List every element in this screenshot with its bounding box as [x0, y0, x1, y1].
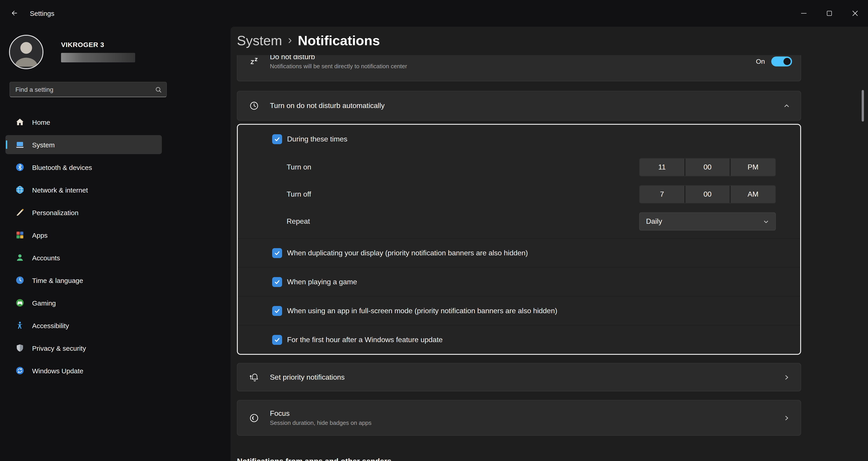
- privacy-icon: [16, 343, 24, 352]
- condition-label: When using an app in full-screen mode (p…: [287, 307, 557, 315]
- condition-label: When duplicating your display (priority …: [287, 249, 528, 257]
- turn-off-period-cell[interactable]: AM: [730, 186, 775, 203]
- sidebar-item-system[interactable]: System: [5, 135, 162, 154]
- breadcrumb-separator: ›: [288, 33, 292, 49]
- dnd-auto-expander-header[interactable]: Turn on do not disturb automatically: [237, 91, 801, 121]
- titlebar: Settings: [0, 0, 868, 27]
- sidebar-item-gaming[interactable]: Gaming: [5, 293, 162, 312]
- search-box[interactable]: [9, 82, 167, 97]
- sidebar: VIKROGER 3 Home S: [0, 27, 231, 461]
- sidebar-item-label: Windows Update: [32, 367, 84, 374]
- back-button[interactable]: [6, 5, 23, 21]
- sidebar-item-label: Personalization: [32, 209, 79, 216]
- minimize-icon: [801, 13, 806, 13]
- user-subtitle-placeholder: [61, 53, 135, 62]
- priority-notifications-title: Set priority notifications: [270, 373, 345, 381]
- sidebar-item-bluetooth-devices[interactable]: Bluetooth & devices: [5, 158, 162, 177]
- do-not-disturb-toggle[interactable]: [771, 56, 792, 66]
- focus-card[interactable]: Focus Session duration, hide badges on a…: [237, 400, 801, 436]
- do-not-disturb-card: Do not disturb Notifications will be sen…: [237, 55, 801, 81]
- turn-on-period-cell[interactable]: PM: [730, 159, 775, 176]
- app-title: Settings: [30, 9, 54, 17]
- turn-off-minute-cell[interactable]: 00: [684, 186, 730, 203]
- duplicating-display-checkbox[interactable]: [272, 248, 282, 258]
- turn-on-label: Turn on: [287, 163, 311, 171]
- sidebar-item-label: Gaming: [32, 299, 56, 307]
- search-input[interactable]: [16, 86, 155, 93]
- chevron-down-icon: [763, 218, 769, 224]
- breadcrumb-system[interactable]: System: [237, 33, 282, 49]
- close-icon: [852, 10, 858, 16]
- turn-on-hour-cell[interactable]: 11: [640, 159, 684, 176]
- during-these-times-checkbox[interactable]: [272, 134, 282, 144]
- turn-on-time-picker[interactable]: 11 00 PM: [639, 158, 776, 176]
- minimize-button[interactable]: [791, 0, 816, 27]
- repeat-dropdown[interactable]: Daily: [639, 212, 776, 230]
- sidebar-item-apps[interactable]: Apps: [5, 225, 162, 245]
- maximize-button[interactable]: [816, 0, 842, 27]
- sidebar-item-label: Network & internet: [32, 186, 88, 194]
- sidebar-item-home[interactable]: Home: [5, 113, 162, 131]
- system-icon: [16, 140, 24, 149]
- sidebar-item-accessibility[interactable]: Accessibility: [5, 316, 162, 335]
- sidebar-item-personalization[interactable]: Personalization: [5, 203, 162, 222]
- do-not-disturb-icon: [249, 56, 259, 67]
- sidebar-item-time-language[interactable]: Time & language: [5, 271, 162, 290]
- sidebar-item-label: Accessibility: [32, 321, 69, 329]
- condition-row-first-hour-update: For the first hour after a Windows featu…: [238, 325, 800, 354]
- scrollbar[interactable]: [862, 90, 864, 122]
- settings-window: Settings: [0, 0, 868, 461]
- condition-row-duplicating-display: When duplicating your display (priority …: [238, 238, 800, 267]
- sidebar-item-label: Time & language: [32, 276, 83, 284]
- turn-on-row: Turn on 11 00 PM: [238, 154, 800, 181]
- priority-bell-icon: [249, 372, 259, 382]
- turn-on-minute-cell[interactable]: 00: [684, 159, 730, 176]
- repeat-row: Repeat Daily: [238, 208, 800, 235]
- main-panel: System › Notifications Do not disturb No…: [230, 27, 868, 461]
- schedule-clock-icon: [249, 100, 259, 111]
- repeat-label: Repeat: [287, 217, 310, 225]
- dnd-auto-title: Turn on do not disturb automatically: [270, 102, 385, 110]
- windows-update-icon: [16, 366, 24, 375]
- repeat-value: Daily: [646, 217, 662, 225]
- turn-off-hour-cell[interactable]: 7: [640, 186, 684, 203]
- sidebar-item-windows-update[interactable]: Windows Update: [5, 361, 162, 380]
- personalization-icon: [16, 208, 24, 217]
- turn-off-time-picker[interactable]: 7 00 AM: [639, 185, 776, 204]
- settings-scroll-area: Do not disturb Notifications will be sen…: [237, 55, 801, 461]
- toggle-state-label: On: [756, 57, 765, 65]
- first-hour-update-checkbox[interactable]: [272, 335, 282, 345]
- sidebar-item-label: System: [32, 141, 55, 149]
- during-these-times-label: During these times: [287, 135, 347, 143]
- network-icon: [16, 185, 24, 194]
- sidebar-item-label: Apps: [32, 231, 48, 239]
- breadcrumb: System › Notifications: [237, 33, 380, 49]
- sidebar-item-label: Home: [32, 118, 50, 126]
- selected-indicator: [6, 140, 7, 149]
- user-meta: VIKROGER 3: [61, 35, 135, 62]
- focus-icon: [249, 412, 259, 423]
- accessibility-icon: [16, 321, 24, 330]
- user-name: VIKROGER 3: [61, 41, 135, 49]
- window-controls: [791, 0, 868, 27]
- toggle-knob: [783, 58, 791, 65]
- priority-notifications-card[interactable]: Set priority notifications: [237, 363, 801, 391]
- do-not-disturb-text: Do not disturb Notifications will be sen…: [270, 55, 407, 70]
- close-button[interactable]: [842, 0, 868, 27]
- home-icon: [16, 118, 24, 127]
- turn-off-label: Turn off: [287, 190, 311, 198]
- playing-game-checkbox[interactable]: [272, 277, 282, 287]
- sidebar-item-privacy-security[interactable]: Privacy & security: [5, 339, 162, 358]
- sidebar-item-label: Bluetooth & devices: [32, 163, 92, 171]
- search-icon: [155, 86, 162, 93]
- chevron-up-icon[interactable]: [783, 102, 790, 109]
- fullscreen-app-checkbox[interactable]: [272, 306, 282, 316]
- condition-row-playing-game: When playing a game: [238, 267, 800, 296]
- sidebar-item-network-internet[interactable]: Network & internet: [5, 180, 162, 199]
- accounts-icon: [16, 253, 24, 262]
- user-profile[interactable]: VIKROGER 3: [9, 35, 158, 70]
- condition-label: When playing a game: [287, 278, 357, 286]
- sidebar-item-accounts[interactable]: Accounts: [5, 248, 162, 267]
- sidebar-item-label: Accounts: [32, 254, 60, 262]
- dnd-auto-expanded-panel: During these times Turn on 11 00 PM Turn…: [237, 124, 801, 355]
